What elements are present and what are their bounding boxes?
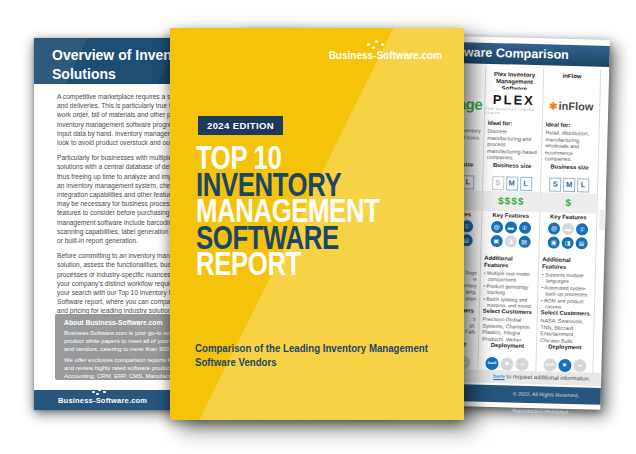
select-customers-text: NASA, Swarovski, TNN, Blizzard Entertain… <box>540 317 591 343</box>
onpremise-icon: ▦ <box>558 358 571 371</box>
deployment-label: Deployment <box>479 342 536 350</box>
vendor-label: inFlow <box>544 68 601 91</box>
saas-icon: SaaS <box>543 358 556 371</box>
report-title: TOP 10 INVENTORY MANAGEMENT SOFTWARE REP… <box>196 145 431 278</box>
saas-icon: SaaS <box>485 356 498 369</box>
logo-dots-icon <box>367 43 370 46</box>
inflow-mark-icon: ✱ <box>549 100 558 111</box>
size-s-box: S <box>549 177 561 191</box>
counting-icon: ① <box>576 223 588 235</box>
ideal-for-text: Discrete manufacturing and process manuf… <box>487 128 539 162</box>
onpremise-icon: ▦ <box>500 357 513 370</box>
mobile-icon: ◨ <box>504 235 516 247</box>
plex-logo: PLEX THE MANUFACTURING CLOUD <box>485 89 543 120</box>
size-l-box: L <box>520 177 532 191</box>
size-l-box: L <box>577 178 589 192</box>
select-customers-label: Select Customers <box>483 308 534 316</box>
request-info-link[interactable]: here <box>493 373 505 379</box>
counting-icon: ① <box>518 222 530 234</box>
key-features-label: Key Features <box>482 212 539 220</box>
report-icon: ▤ <box>576 237 588 249</box>
plex-tagline: THE MANUFACTURING CLOUD <box>485 107 542 116</box>
logo-dots-icon <box>92 391 95 394</box>
report-cover: Business-Software.com 2024 EDITION TOP 1… <box>170 28 464 420</box>
title-line: REPORT <box>196 251 379 278</box>
size-m-box: M <box>506 176 518 190</box>
inflow-logo: ✱inFlow <box>543 90 600 121</box>
business-software-logo: Business-Software.com <box>58 396 147 405</box>
barcode-icon: @ <box>490 221 502 233</box>
vendor-label: Plex Inventory Management Software <box>486 67 544 90</box>
vendor-column-plex: Plex Inventory Management Software PLEX … <box>477 67 543 372</box>
label-icon: ▬ <box>562 223 574 235</box>
business-software-logo: Business-Software.com <box>329 50 442 61</box>
pricing-value: $ <box>540 192 597 213</box>
key-features-label: Key Features <box>540 213 596 221</box>
label-icon: ▬ <box>504 221 516 233</box>
business-size-label: Business size <box>542 163 598 171</box>
ideal-for-label: Ideal for: <box>488 120 539 128</box>
shipping-icon: ▣ <box>490 235 502 247</box>
shipping-icon: ▣ <box>548 236 560 248</box>
ideal-for-label: Ideal for: <box>546 121 596 129</box>
additional-features-label: Additional Features <box>484 255 535 270</box>
cloud-icon: ☁ <box>515 357 528 370</box>
size-s-box: S <box>492 176 504 190</box>
additional-features-list: Supports multiple languagesAutomated sys… <box>541 271 592 309</box>
deployment-label: Deployment <box>537 343 593 351</box>
pricing-value: $$$$ <box>482 191 540 212</box>
additional-features-label: Additional Features <box>542 256 592 271</box>
ideal-for-text: Retail, distribution, manufacturing, who… <box>545 129 596 163</box>
key-feature-icons: @▬① ▣◨▤ <box>539 221 596 250</box>
select-customers-label: Select Customers <box>541 309 591 317</box>
vendor-column-inflow: inFlow ✱inFlow Ideal for: Retail, distri… <box>535 68 601 373</box>
report-cover-composition: Software Comparison ware sage Ideal for:… <box>0 0 636 454</box>
cloud-icon: ☁ <box>573 359 586 372</box>
select-customers-text: Precision Global Systems, Champion Plast… <box>482 316 534 342</box>
edition-badge: 2024 EDITION <box>198 116 283 135</box>
business-size-boxes: SML <box>483 171 540 191</box>
report-icon: ▤ <box>518 236 530 248</box>
additional-features-list: Multiple cost model comparisonsProduct g… <box>483 270 535 308</box>
business-size-label: Business size <box>484 162 541 170</box>
report-subtitle: Comparison of the Leading Inventory Mana… <box>195 341 428 369</box>
size-m-box: M <box>563 178 575 192</box>
key-feature-icons: @▬① ▣◨▤ <box>482 220 540 249</box>
business-size-boxes: SML <box>541 172 597 192</box>
mobile-icon: ◨ <box>562 237 574 249</box>
pricing-band <box>599 210 606 230</box>
barcode-icon: @ <box>548 222 560 234</box>
